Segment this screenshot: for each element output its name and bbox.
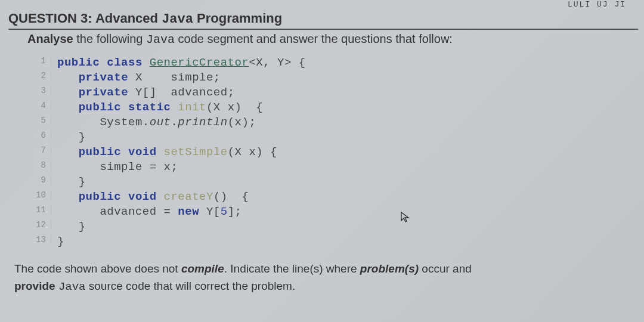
line-number: 1 bbox=[35, 56, 51, 66]
code-line: } bbox=[51, 175, 86, 188]
line-number: 6 bbox=[35, 131, 51, 140]
code-row: 8 simple = x; bbox=[35, 160, 638, 175]
line-number: 5 bbox=[35, 116, 51, 125]
question-title-mono: Java bbox=[162, 12, 193, 27]
instruction-mono: Java bbox=[146, 33, 175, 47]
question-title-tail: Programming bbox=[197, 11, 282, 26]
instruction-text: Analyse the following Java code segment … bbox=[27, 32, 638, 47]
line-number: 12 bbox=[35, 220, 51, 230]
code-block: 1public class GenericCreator<X, Y> {2 pr… bbox=[35, 56, 638, 250]
code-row: 1public class GenericCreator<X, Y> { bbox=[35, 56, 638, 71]
instruction-post: code segment and answer the questions th… bbox=[178, 32, 453, 45]
code-line: advanced = new Y[5]; bbox=[51, 205, 242, 218]
code-row: 9 } bbox=[35, 175, 638, 190]
question-title-word1: Advanced bbox=[95, 11, 158, 26]
code-row: 11 advanced = new Y[5]; bbox=[35, 205, 638, 220]
footer-provide: provide bbox=[14, 280, 55, 292]
line-number: 11 bbox=[35, 205, 51, 215]
footer-p1e: occur and bbox=[419, 262, 472, 275]
code-row: 12 } bbox=[35, 220, 638, 235]
code-line: private Y[] advanced; bbox=[51, 86, 235, 99]
line-number: 3 bbox=[35, 86, 51, 95]
line-number: 7 bbox=[35, 145, 51, 155]
line-number: 4 bbox=[35, 101, 51, 110]
code-line: simple = x; bbox=[51, 160, 178, 174]
code-row: 6 } bbox=[35, 131, 638, 145]
code-line: public static init(X x) { bbox=[51, 101, 263, 114]
line-number: 10 bbox=[35, 190, 51, 200]
code-line: } bbox=[51, 235, 64, 248]
code-row: 5 System.out.println(x); bbox=[35, 116, 638, 131]
instruction-pre: the following bbox=[76, 32, 143, 45]
code-row: 7 public void setSimple(X x) { bbox=[35, 145, 638, 160]
code-row: 2 private X simple; bbox=[35, 71, 638, 86]
line-number: 9 bbox=[35, 175, 51, 185]
code-row: 4 public static init(X x) { bbox=[35, 101, 638, 116]
header-date-fragment: LULI UJ JI bbox=[568, 0, 626, 9]
footer-p1a: The code shown above does not bbox=[14, 262, 181, 275]
footer-compile: compile bbox=[181, 262, 224, 275]
code-line: } bbox=[51, 131, 86, 144]
footer-paragraph: The code shown above does not compile. I… bbox=[14, 261, 638, 295]
code-line: public void setSimple(X x) { bbox=[51, 145, 277, 159]
code-row: 13} bbox=[35, 235, 638, 250]
line-number: 13 bbox=[35, 235, 51, 244]
line-number: 8 bbox=[35, 160, 51, 170]
code-line: public class GenericCreator<X, Y> { bbox=[51, 56, 306, 69]
footer-java: Java bbox=[58, 280, 86, 293]
instruction-verb: Analyse bbox=[27, 32, 73, 45]
code-row: 10 public void createY() { bbox=[35, 190, 638, 205]
footer-p2c: source code that will correct the proble… bbox=[89, 280, 295, 292]
code-row: 3 private Y[] advanced; bbox=[35, 86, 638, 101]
question-title: QUESTION 3: Advanced Java Programming bbox=[8, 11, 638, 30]
line-number: 2 bbox=[35, 71, 51, 80]
code-line: private X simple; bbox=[51, 71, 221, 84]
code-line: } bbox=[51, 220, 86, 233]
question-label: QUESTION 3: bbox=[8, 11, 92, 26]
footer-problems: problem(s) bbox=[360, 262, 419, 275]
footer-p1c: . Indicate the line(s) where bbox=[224, 262, 360, 275]
code-line: System.out.println(x); bbox=[51, 116, 256, 129]
code-line: public void createY() { bbox=[51, 190, 249, 203]
